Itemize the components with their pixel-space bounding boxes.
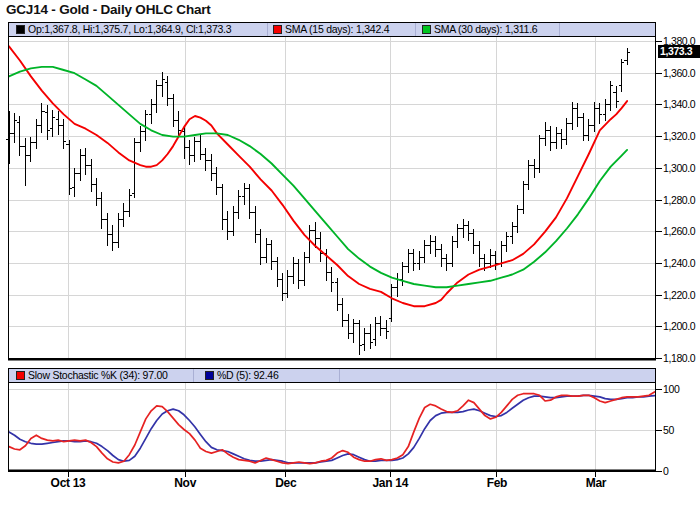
price-axis-label: 1,320.0 — [663, 130, 695, 143]
legend-divider — [267, 23, 268, 36]
x-axis-label: Oct 13 — [38, 476, 98, 490]
stoch-d-legend-label: %D (5): 92.46 — [217, 369, 279, 382]
stoch-d-line — [9, 395, 655, 463]
price-axis-label: 1,180.0 — [663, 352, 695, 365]
price-axis-label: 1,240.0 — [663, 257, 695, 270]
sma30-legend-swatch — [422, 25, 431, 34]
ohlc-legend-label: Op:1,367.8, Hi:1,375.7, Lo:1,364.9, Cl:1… — [28, 23, 231, 36]
x-axis-label: Jan 14 — [360, 476, 420, 490]
price-axis-label: 1,280.0 — [663, 194, 695, 207]
legend-divider — [559, 23, 560, 36]
stoch-axis-label: 100 — [663, 383, 679, 396]
x-axis-label: Nov — [155, 476, 215, 490]
stoch-axis-label: 50 — [663, 424, 674, 437]
x-axis-label: Feb — [467, 476, 527, 490]
price-axis-label: 1,200.0 — [663, 320, 695, 333]
stoch-d-legend-swatch — [205, 371, 214, 380]
stoch-k-legend-swatch — [16, 371, 25, 380]
sma30-legend-label: SMA (30 days): 1,311.6 — [434, 23, 537, 36]
chart-canvas — [0, 0, 700, 512]
x-axis-label: Dec — [256, 476, 316, 490]
sma15-legend-swatch — [273, 25, 282, 34]
chart-widget: GCJ14 - Gold - Daily OHLC Chart Op:1,367… — [0, 0, 700, 512]
stoch-k-legend-label: Slow Stochastic %K (34): 97.00 — [28, 369, 168, 382]
stochastic-legend: Slow Stochastic %K (34): 97.00 %D (5): 9… — [8, 368, 656, 383]
stoch-axis-label: 0 — [663, 465, 668, 478]
stoch-k-line — [9, 392, 655, 464]
sma15-legend-label: SMA (15 days): 1,342.4 — [285, 23, 389, 36]
price-axis-label: 1,340.0 — [663, 98, 695, 111]
legend-divider — [193, 369, 194, 382]
legend-divider — [415, 23, 416, 36]
price-axis-label: 1,220.0 — [663, 289, 695, 302]
price-axis-label: 1,260.0 — [663, 225, 695, 238]
price-axis-label: 1,360.0 — [663, 67, 695, 80]
ohlc-legend-swatch — [16, 25, 25, 34]
price-axis-label: 1,300.0 — [663, 162, 695, 175]
legend-divider — [339, 369, 340, 382]
x-axis-label: Mar — [566, 476, 626, 490]
last-price-badge: 1,373.3 — [658, 45, 700, 58]
main-chart-legend: Op:1,367.8, Hi:1,375.7, Lo:1,364.9, Cl:1… — [8, 22, 656, 37]
